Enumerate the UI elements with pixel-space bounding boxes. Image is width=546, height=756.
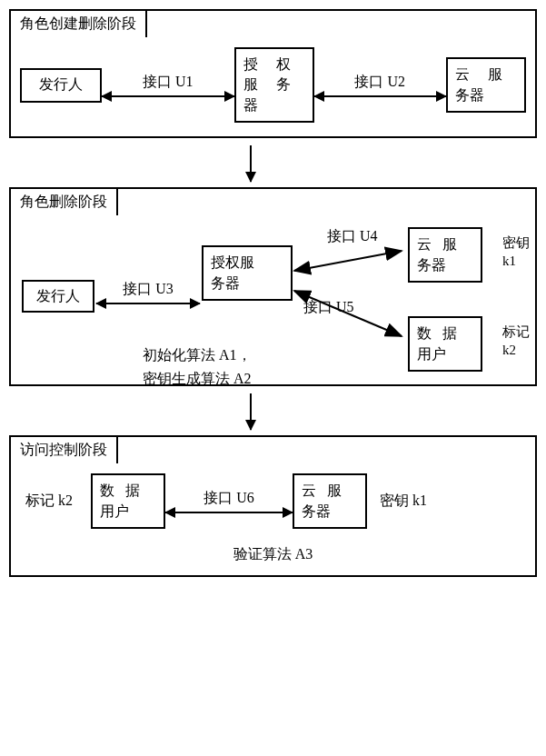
arrow-u2: 接口 U2 (314, 73, 447, 97)
stage-role-create-delete: 角色创建删除阶段 发行人 接口 U1 授权服务器 接口 U2 云服务器 (9, 9, 537, 138)
flow-arrow-2 (9, 393, 537, 430)
issuer-box: 发行人 (20, 68, 102, 103)
stage-role-delete: 角色删除阶段 发行人 接口 U3 授权服务器 云服务器 数据用户 (9, 187, 537, 386)
stage2-body: 发行人 接口 U3 授权服务器 云服务器 数据用户 (11, 189, 535, 384)
label-u1: 接口 U1 (143, 73, 194, 92)
mark-k2-label-3: 标记 k2 (25, 492, 73, 511)
auth-server-box-2: 授权服务器 (202, 245, 293, 301)
stage2-notes: 初始化算法 A1， 密钥生成算法 A2 (143, 343, 252, 390)
flow-arrow-1 (9, 145, 537, 182)
cloud-server-box: 云服务器 (446, 57, 526, 113)
note-a1: 初始化算法 A1， (143, 343, 252, 367)
data-user-text-3: 数据用户 (100, 481, 156, 522)
arrow-u1: 接口 U1 (102, 73, 234, 97)
cloud-server-text: 云服务器 (455, 65, 517, 105)
auth-server-box: 授权服务器 (234, 47, 314, 123)
cloud-server-text-2: 云服务器 (417, 234, 473, 275)
auth-server-text-2: 授权服务器 (211, 253, 283, 293)
key-k1-label-3: 密钥 k1 (380, 492, 427, 511)
data-user-text: 数据用户 (417, 323, 473, 364)
label-u5: 接口 U5 (303, 298, 354, 317)
auth-server-text: 授权服务器 (243, 55, 305, 115)
label-u3: 接口 U3 (96, 280, 200, 299)
mark-k2-label: 标记k2 (502, 323, 530, 359)
verify-algo-note: 验证算法 A3 (11, 545, 535, 575)
note-a2: 密钥生成算法 A2 (143, 367, 252, 391)
arrow-u3: 接口 U3 (96, 280, 200, 304)
stage2-title: 角色删除阶段 (9, 187, 118, 215)
arrow-u6: 接口 U6 (165, 489, 293, 513)
stage-access-control: 访问控制阶段 标记 k2 数据用户 接口 U6 云服务器 密钥 k1 验证算法 … (9, 435, 537, 577)
label-u2: 接口 U2 (354, 73, 405, 92)
label-u4: 接口 U4 (327, 227, 378, 246)
issuer-box-2: 发行人 (22, 280, 94, 313)
stage1-title: 角色创建删除阶段 (9, 9, 147, 37)
cloud-server-box-3: 云服务器 (293, 473, 367, 529)
cloud-server-text-3: 云服务器 (302, 481, 358, 522)
svg-line-2 (294, 251, 402, 271)
data-user-box-3: 数据用户 (91, 473, 165, 529)
cloud-server-box-2: 云服务器 (408, 227, 482, 283)
key-k1-label: 密钥k1 (502, 234, 530, 270)
data-user-box: 数据用户 (408, 316, 482, 372)
label-u6: 接口 U6 (204, 489, 254, 508)
stage3-title: 访问控制阶段 (9, 435, 118, 463)
